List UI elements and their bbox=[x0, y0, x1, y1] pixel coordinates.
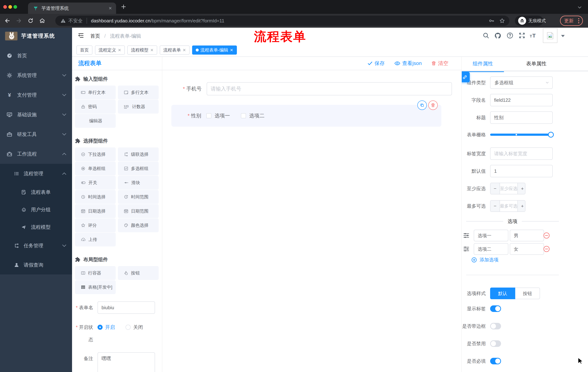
delete-component-button[interactable] bbox=[428, 100, 438, 110]
slider-handle[interactable] bbox=[548, 132, 554, 138]
checkbox-option1[interactable] bbox=[206, 113, 211, 118]
view-json-button[interactable]: 查看json bbox=[394, 60, 422, 67]
canvas-field-gender-selected[interactable]: 性别 选项一 选项二 bbox=[171, 105, 441, 127]
tab-form-props[interactable]: 表单属性 bbox=[504, 57, 569, 71]
tag-process-form-edit[interactable]: 流程表单-编辑 bbox=[192, 45, 237, 55]
checkbox-option2-label[interactable]: 选项二 bbox=[249, 112, 264, 119]
tag-home[interactable]: 首页 bbox=[76, 45, 92, 55]
url-domain[interactable]: dashboard.yudao.iocoder.cn bbox=[91, 18, 150, 24]
save-button[interactable]: 保存 bbox=[367, 60, 385, 67]
max-stepper-value[interactable]: 最多可选 bbox=[500, 201, 518, 212]
palette-item-date-range[interactable]: 日期范围 bbox=[118, 204, 159, 218]
sidebar-item-system[interactable]: 系统管理 bbox=[0, 65, 72, 85]
sidebar-item-home[interactable]: 首页 bbox=[0, 46, 72, 65]
checkbox-option1-label[interactable]: 选项一 bbox=[215, 112, 230, 119]
macos-close-button[interactable] bbox=[3, 5, 7, 9]
palette-item-select[interactable]: 下拉选择 bbox=[75, 148, 116, 161]
fullscreen-icon[interactable] bbox=[518, 32, 525, 39]
help-icon[interactable] bbox=[506, 32, 514, 39]
security-label[interactable]: 不安全 bbox=[68, 18, 83, 24]
sidebar-item-devtools[interactable]: 研发工具 bbox=[0, 125, 72, 144]
sidebar-item-process-model[interactable]: 流程模型 bbox=[0, 218, 72, 236]
palette-item-password[interactable]: 密码 bbox=[75, 100, 116, 114]
password-key-icon[interactable] bbox=[489, 18, 494, 24]
palette-item-textarea[interactable]: 多行文本 bbox=[118, 85, 159, 99]
show-label-switch[interactable] bbox=[490, 305, 501, 312]
disabled-switch[interactable] bbox=[490, 340, 501, 347]
macos-minimize-button[interactable] bbox=[8, 5, 12, 9]
github-icon[interactable] bbox=[494, 32, 501, 39]
component-type-select[interactable]: 多选框组 bbox=[490, 76, 553, 89]
form-remark-textarea[interactable]: 嘿嘿 bbox=[97, 352, 155, 372]
sidebar-fold-icon[interactable] bbox=[78, 32, 84, 39]
tag-process-model[interactable]: 流程模型 bbox=[127, 45, 157, 55]
border-switch[interactable] bbox=[490, 323, 501, 329]
breadcrumb-home[interactable]: 首页 bbox=[90, 33, 100, 39]
macos-zoom-button[interactable] bbox=[13, 5, 17, 9]
palette-item-checkbox-group[interactable]: 多选框组 bbox=[118, 162, 159, 175]
palette-item-cascader[interactable]: 级联选择 bbox=[118, 148, 159, 161]
update-label[interactable]: 更新 bbox=[564, 18, 574, 24]
palette-item-time-range[interactable]: 时间范围 bbox=[118, 190, 159, 204]
sidebar-item-process-form[interactable]: 流程表单 bbox=[0, 183, 72, 201]
search-icon[interactable] bbox=[483, 32, 489, 39]
style-button-button[interactable]: 按钮 bbox=[515, 287, 540, 299]
new-tab-icon[interactable] bbox=[120, 4, 127, 10]
radio-off[interactable] bbox=[126, 325, 131, 330]
style-default-button[interactable]: 默认 bbox=[490, 287, 515, 299]
palette-item-time-picker[interactable]: 时间选择 bbox=[75, 190, 116, 204]
browser-tab[interactable]: 芋道管理系统 bbox=[28, 2, 116, 14]
drag-handle-icon[interactable] bbox=[463, 246, 469, 252]
drag-handle-icon[interactable] bbox=[463, 233, 469, 239]
sidebar-item-user-group[interactable]: 用户分组 bbox=[0, 201, 72, 218]
palette-item-counter[interactable]: 123 计数器 bbox=[118, 100, 159, 114]
add-option-button[interactable]: 添加选项 bbox=[471, 257, 498, 263]
tag-process-form[interactable]: 流程表单 bbox=[160, 45, 189, 55]
radio-on-label[interactable]: 开启 bbox=[105, 324, 115, 330]
browser-update-button[interactable]: 更新 bbox=[560, 16, 583, 26]
field-name-input[interactable] bbox=[490, 94, 553, 106]
palette-item-date-picker[interactable]: 日期选择 bbox=[75, 204, 116, 218]
stepper-minus-button[interactable]: − bbox=[491, 201, 500, 212]
clear-button[interactable]: 清空 bbox=[431, 60, 448, 67]
tab-close-icon[interactable] bbox=[108, 6, 112, 10]
palette-item-table[interactable]: 表格[开发中] bbox=[75, 280, 116, 294]
address-bar[interactable]: 不安全 dashboard.yudao.iocoder.cn/bpm/manag… bbox=[55, 16, 509, 26]
forward-icon[interactable] bbox=[16, 18, 22, 24]
option1-label-input[interactable] bbox=[474, 230, 508, 241]
link-handle-button[interactable] bbox=[461, 72, 470, 82]
reload-icon[interactable] bbox=[27, 18, 34, 24]
stepper-minus-button[interactable]: − bbox=[491, 183, 500, 194]
min-stepper-value[interactable]: 至少应选 bbox=[500, 183, 518, 194]
duplicate-component-button[interactable] bbox=[417, 100, 427, 110]
radio-on[interactable] bbox=[97, 325, 103, 330]
slider-track[interactable] bbox=[490, 134, 553, 136]
checkbox-option2[interactable] bbox=[241, 113, 246, 118]
sidebar-item-workflow[interactable]: 工作流程 bbox=[0, 144, 72, 164]
sidebar-item-process-mgmt[interactable]: 流程管理 bbox=[0, 164, 72, 183]
default-value-input[interactable] bbox=[490, 165, 553, 177]
url-path[interactable]: /bpm/manager/form/edit?formId=11 bbox=[150, 18, 224, 24]
palette-item-rate[interactable]: 评分 bbox=[75, 218, 116, 232]
palette-item-radio-group[interactable]: 单选框组 bbox=[75, 162, 116, 175]
option2-label-input[interactable] bbox=[474, 243, 508, 255]
palette-item-row-container[interactable]: 行容器 bbox=[75, 266, 116, 280]
label-width-input[interactable] bbox=[490, 148, 553, 160]
palette-item-upload[interactable]: 上传 bbox=[75, 233, 116, 246]
kebab-menu-icon[interactable] bbox=[578, 18, 579, 24]
palette-item-single-text[interactable]: 单行文本 bbox=[75, 85, 116, 99]
palette-item-color-picker[interactable]: 颜色选择 bbox=[118, 218, 159, 232]
font-size-icon[interactable]: TT bbox=[530, 32, 538, 39]
option2-value-input[interactable] bbox=[510, 243, 544, 255]
palette-item-editor[interactable]: 编辑器 bbox=[75, 114, 116, 128]
phone-input[interactable] bbox=[207, 82, 452, 95]
avatar-caret-icon[interactable] bbox=[561, 35, 565, 37]
avatar[interactable] bbox=[543, 28, 557, 43]
tag-process-definition[interactable]: 流程定义 bbox=[95, 45, 125, 55]
tab-search-chevron-icon[interactable] bbox=[577, 5, 582, 10]
remove-option-button[interactable] bbox=[543, 232, 550, 239]
required-switch[interactable] bbox=[490, 358, 501, 364]
palette-item-switch[interactable]: 开关 bbox=[75, 176, 116, 190]
form-name-input[interactable] bbox=[97, 301, 155, 314]
bookmark-star-icon[interactable] bbox=[499, 18, 505, 24]
